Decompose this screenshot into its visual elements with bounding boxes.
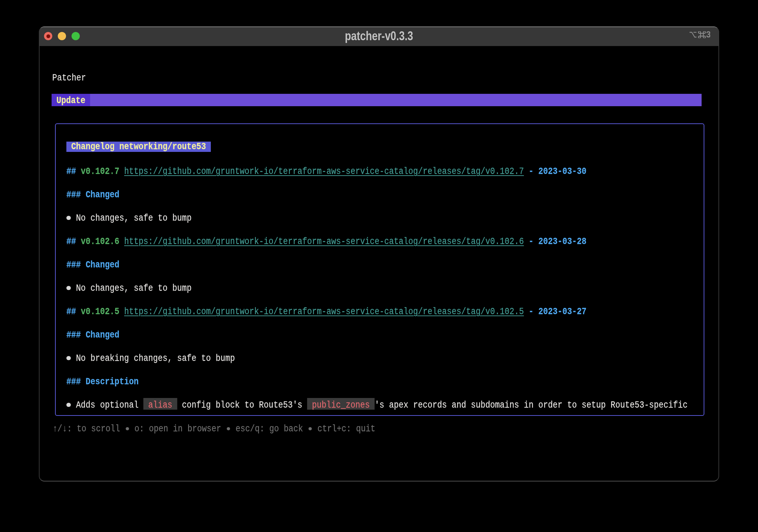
- svg-text:3: 3: [706, 31, 710, 38]
